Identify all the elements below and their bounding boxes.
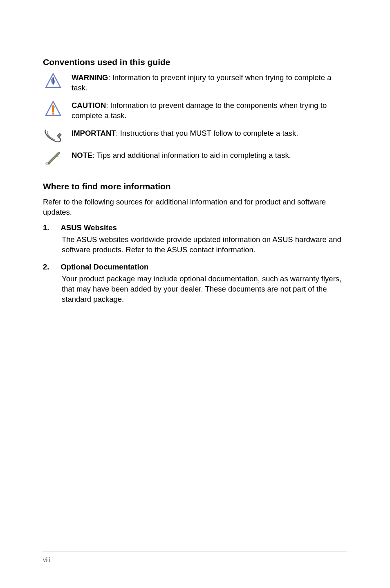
- caution-row: CAUTION: Information to prevent damage t…: [43, 101, 347, 121]
- note-row: NOTE: Tips and additional information to…: [43, 150, 347, 166]
- caution-body: : Information to prevent damage to the c…: [72, 101, 327, 120]
- warning-icon: [43, 73, 63, 89]
- svg-point-1: [52, 113, 54, 114]
- item-1-body: The ASUS websites worldwide provide upda…: [62, 235, 347, 255]
- page-footer: viii: [43, 552, 347, 563]
- conventions-heading: Conventions used in this guide: [43, 57, 347, 67]
- note-text: NOTE: Tips and additional information to…: [72, 150, 347, 161]
- item-2-heading: Optional Documentation: [61, 263, 148, 272]
- warning-body: : Information to prevent injury to yours…: [72, 73, 331, 92]
- note-label: NOTE: [72, 151, 92, 159]
- important-text: IMPORTANT: Instructions that you MUST fo…: [72, 128, 347, 139]
- item-1-header: 1. ASUS Websites: [43, 223, 347, 232]
- item-2-num: 2.: [43, 263, 49, 272]
- important-icon: [43, 128, 63, 143]
- item-1-num: 1.: [43, 223, 49, 232]
- warning-text: WARNING: Information to prevent injury t…: [72, 73, 347, 93]
- item-2-header: 2. Optional Documentation: [43, 263, 347, 272]
- item-2-body: Your product package may include optiona…: [62, 274, 347, 305]
- item-1-heading: ASUS Websites: [61, 223, 117, 232]
- warning-row: WARNING: Information to prevent injury t…: [43, 73, 347, 93]
- note-icon: [43, 150, 63, 166]
- caution-label: CAUTION: [72, 101, 106, 110]
- caution-icon: [43, 101, 63, 117]
- caution-text: CAUTION: Information to prevent damage t…: [72, 101, 347, 121]
- important-row: IMPORTANT: Instructions that you MUST fo…: [43, 128, 347, 143]
- page-number: viii: [43, 556, 50, 563]
- important-label: IMPORTANT: [72, 129, 116, 137]
- note-body: : Tips and additional information to aid…: [92, 151, 291, 159]
- warning-label: WARNING: [72, 73, 108, 82]
- important-body: : Instructions that you MUST follow to c…: [116, 129, 298, 137]
- where-intro: Refer to the following sources for addit…: [43, 197, 347, 218]
- where-heading: Where to find more information: [43, 182, 347, 191]
